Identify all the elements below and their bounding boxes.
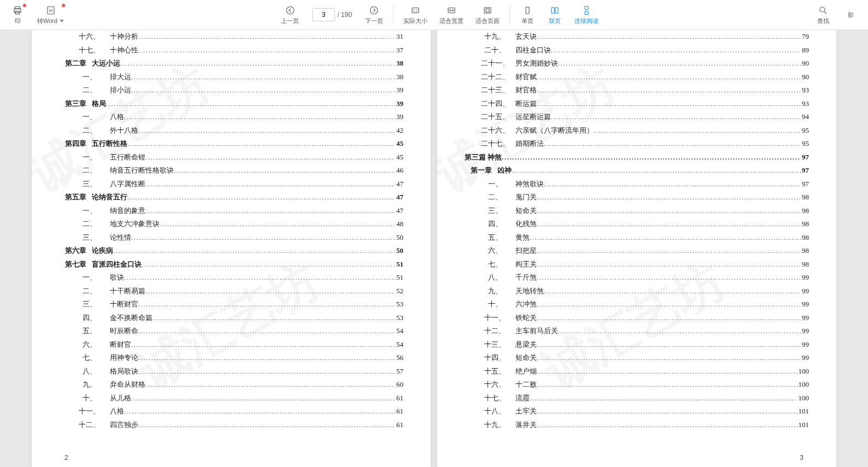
fit-page-button[interactable]: 适合页面 <box>470 3 505 27</box>
toc-title: 铁蛇关 <box>515 311 537 324</box>
page-number-input[interactable] <box>312 8 335 21</box>
toc-entry[interactable]: 一、八格 ...................................… <box>59 110 403 124</box>
toc-entry[interactable]: 三、短命关 ..................................… <box>465 204 809 218</box>
toc-entry[interactable]: 第二章大运小运 ................................… <box>59 57 403 70</box>
toc-entry[interactable]: 三、十断财官 .................................… <box>59 298 403 311</box>
toc-entry[interactable]: 二、十干断易篇 ................................… <box>59 285 403 298</box>
toc-entry[interactable]: 第三章格局 ..................................… <box>59 97 403 111</box>
toc-entry[interactable]: 十、从儿格 ..................................… <box>59 392 403 405</box>
toc-entry[interactable]: 二十一、男女测婚妙诀 .............................… <box>465 57 809 70</box>
toc-dots: ........................................… <box>160 218 395 231</box>
next-page-button[interactable]: 下一页 <box>360 3 389 27</box>
toc-entry[interactable]: 四、化残煞 ..................................… <box>465 217 809 231</box>
toc-title: 十神分析 <box>110 30 138 43</box>
toc-entry[interactable]: 第七章盲派四柱金口诀 .............................… <box>59 258 403 271</box>
toc-entry[interactable]: 五、时辰断命 .................................… <box>59 324 403 338</box>
toc-entry[interactable]: 三、论性情 ..................................… <box>59 231 403 245</box>
toc-entry[interactable]: 十一、铁蛇关 .................................… <box>465 311 809 325</box>
svg-rect-16 <box>585 11 588 14</box>
toc-entry[interactable]: 二、排小运 ..................................… <box>59 84 403 97</box>
toc-entry[interactable]: 一、歌诀 ...................................… <box>59 271 403 285</box>
toc-entry[interactable]: 二十、四柱金口诀 ...............................… <box>465 44 809 57</box>
toc-title: 歌诀 <box>110 271 124 284</box>
toc-label: 一、 <box>474 178 515 191</box>
toc-dots: ........................................… <box>530 392 797 405</box>
svg-point-17 <box>820 7 825 12</box>
single-page-button[interactable]: 单页 <box>514 3 541 27</box>
toc-entry[interactable]: 二、外十八格 .................................… <box>59 124 403 138</box>
toc-title: 四言独步 <box>110 418 138 431</box>
toc-label: 二十一、 <box>474 57 515 70</box>
toc-dots: ........................................… <box>124 271 395 285</box>
toc-entry[interactable]: 二、纳音五行断性格歌诀 ............................… <box>59 164 403 178</box>
toc-title: 纳音五行断性格歌诀 <box>110 164 174 177</box>
toc-entry[interactable]: 十二、四言独步 ................................… <box>59 418 403 432</box>
toc-entry[interactable]: 第四章五行断性格 ...............................… <box>59 137 403 151</box>
find-button[interactable]: 查找 <box>810 3 836 27</box>
toc-entry[interactable]: 三、八字属性断 ................................… <box>59 178 403 191</box>
toc-entry[interactable]: 二十七、婚期断法 ...............................… <box>465 137 809 151</box>
toc-entry[interactable]: 十四、短命关 .................................… <box>465 351 809 365</box>
toc-entry[interactable]: 十六、十二败 .................................… <box>465 378 809 392</box>
toc-page: 97 <box>802 151 809 164</box>
toc-entry[interactable]: 九、天地转煞 .................................… <box>465 285 809 298</box>
toc-entry[interactable]: 二十四、断运篇 ................................… <box>465 97 809 111</box>
toc-entry[interactable]: 一、神煞歌诀 .................................… <box>465 178 809 191</box>
toc-label: 第四章 <box>59 137 92 150</box>
toc-entry[interactable]: 六、断财官 ..................................… <box>59 338 403 352</box>
toc-entry[interactable]: 二十三、财官格 ................................… <box>465 84 809 97</box>
toc-part[interactable]: 第三篇 神煞 .................................… <box>465 151 809 164</box>
notification-dot <box>23 4 26 7</box>
toc-entry[interactable]: 八、千斤煞 ..................................… <box>465 271 809 285</box>
toc-entry[interactable]: 七、用神专论 .................................… <box>59 351 403 365</box>
continuous-button[interactable]: 连续阅读 <box>569 3 604 27</box>
toc-entry[interactable]: 第五章论纳音五行 ...............................… <box>59 191 403 204</box>
toc-title: 第三篇 神煞 <box>465 151 502 164</box>
shadow-button[interactable]: 影 <box>837 9 864 21</box>
toc-entry[interactable]: 一、五行断命钳 ................................… <box>59 151 403 164</box>
toc-entry[interactable]: 第六章论疾病 .................................… <box>59 244 403 258</box>
toc-entry[interactable]: 十九、玄天诀 .................................… <box>465 30 809 44</box>
toc-entry[interactable]: 第一章凶神 ..................................… <box>465 164 809 178</box>
toc-entry[interactable]: 十七、十神心性 ................................… <box>59 44 403 57</box>
actual-size-button[interactable]: 1:1 实际大小 <box>398 3 433 27</box>
toc-dots: ........................................… <box>131 71 395 84</box>
print-button[interactable]: 印 <box>4 3 31 27</box>
toc-dots: ........................................… <box>174 164 395 178</box>
toc-label: 六、 <box>69 338 110 351</box>
toc-title: 玄天诀 <box>515 30 537 43</box>
fit-width-button[interactable]: 适合宽度 <box>434 3 469 27</box>
toc-entry[interactable]: 十八、土牢关 .................................… <box>465 405 809 418</box>
toc-dots: ........................................… <box>537 339 801 352</box>
toc-entry[interactable]: 一、纳音的象意 ................................… <box>59 204 403 218</box>
toc-entry[interactable]: 十一、八格 ..................................… <box>59 405 403 418</box>
toc-label: 二十、 <box>474 44 515 57</box>
toc-title: 外十八格 <box>110 124 138 137</box>
toc-entry[interactable]: 十五、绝户烟 .................................… <box>465 365 809 379</box>
toc-entry[interactable]: 二十五、运星断运篇 ..............................… <box>465 110 809 124</box>
toc-entry[interactable]: 八、格局歌诀 .................................… <box>59 365 403 379</box>
toc-entry[interactable]: 十七、流霞 ..................................… <box>465 392 809 405</box>
search-icon <box>818 5 829 16</box>
double-page-button[interactable]: 双页 <box>542 3 568 27</box>
toc-entry[interactable]: 十、六冲煞 ..................................… <box>465 298 809 311</box>
toc-entry[interactable]: 一、排大运 ..................................… <box>59 70 403 84</box>
toc-label: 十六、 <box>69 30 110 43</box>
toc-entry[interactable]: 二、鬼门关 ..................................… <box>465 191 809 204</box>
toc-entry[interactable]: 二十二、财官赋 ................................… <box>465 70 809 84</box>
toc-entry[interactable]: 七、阎王关 ..................................… <box>465 258 809 271</box>
toc-entry[interactable]: 十三、悬梁关 .................................… <box>465 338 809 352</box>
toc-entry[interactable]: 十九、落井关 .................................… <box>465 418 809 432</box>
toc-entry[interactable]: 六、扫把星 ..................................… <box>465 244 809 258</box>
toc-entry[interactable]: 十六、十神分析 ................................… <box>59 30 403 44</box>
fit-width-label: 适合宽度 <box>439 17 464 25</box>
toc-entry[interactable]: 二十六、六亲赋（八字断流年用） ........................… <box>465 124 809 138</box>
prev-page-button[interactable]: 上一页 <box>275 3 304 27</box>
toc-entry[interactable]: 十二、主车前马后关 ..............................… <box>465 324 809 338</box>
toc-title: 五行断命钳 <box>110 151 145 164</box>
toc-entry[interactable]: 九、弃命从财格 ................................… <box>59 378 403 392</box>
toc-entry[interactable]: 二、地支六冲象意诀 ..............................… <box>59 217 403 231</box>
toc-page: 61 <box>396 418 403 431</box>
toc-entry[interactable]: 四、金不换断命篇 ...............................… <box>59 311 403 325</box>
toc-entry[interactable]: 五、黄煞 ...................................… <box>465 231 809 245</box>
